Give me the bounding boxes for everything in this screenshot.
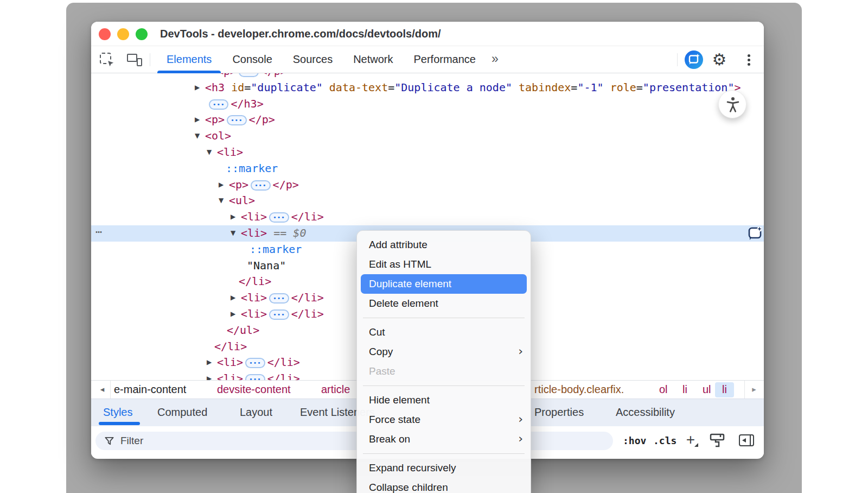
collapsed-content-badge[interactable]: ••• — [245, 374, 265, 380]
breadcrumb-item-article[interactable]: article — [321, 381, 350, 399]
context-menu-item-copy[interactable]: Copy› — [357, 342, 531, 362]
context-menu-item-expand-recursively[interactable]: Expand recursively — [357, 458, 531, 478]
toggle-device-toolbar-button[interactable] — [127, 53, 143, 66]
dom-tree-row[interactable]: ▼<ul> — [91, 193, 764, 209]
submenu-arrow-icon: › — [518, 410, 523, 428]
token-val: "Duplicate a node" — [394, 81, 512, 94]
token-tag: </li> — [291, 210, 324, 223]
context-menu-item-cut[interactable]: Cut — [357, 323, 531, 342]
collapsed-content-badge[interactable]: ••• — [251, 180, 270, 191]
token-tag: <ul> — [229, 194, 255, 207]
token-plain — [604, 81, 610, 94]
collapse-arrow-icon[interactable]: ▼ — [219, 193, 224, 209]
token-tag: </li> — [291, 307, 324, 320]
expand-arrow-icon[interactable]: ▶ — [231, 209, 235, 225]
token-tag: </li> — [267, 356, 300, 369]
dock-bar — [750, 435, 751, 445]
sidebar-tab-accessibility[interactable]: Accessibility — [616, 399, 675, 426]
dom-tree-row[interactable]: ▼<ol> — [91, 128, 764, 144]
dom-tree-row[interactable]: ▶<p>•••</p> — [91, 177, 764, 193]
dom-tree-row[interactable]: ::marker — [91, 161, 764, 177]
traffic-light-zoom-button[interactable] — [136, 28, 148, 40]
more-tabs-button[interactable]: » — [486, 46, 504, 73]
breadcrumb-item-rticle-body-clearfix[interactable]: rticle-body.clearfix. — [534, 381, 624, 399]
new-style-rule-button[interactable]: + — [682, 426, 699, 455]
breadcrumb-scroll-right-button[interactable]: ▸ — [744, 381, 763, 399]
accessibility-fab-button[interactable] — [718, 90, 746, 118]
context-menu-item-duplicate-element[interactable]: Duplicate element — [361, 274, 527, 294]
expand-arrow-icon[interactable]: ▶ — [207, 371, 212, 380]
collapsed-content-badge[interactable]: ••• — [239, 73, 258, 77]
token-text: "Nana" — [247, 259, 286, 272]
expand-arrow-icon[interactable]: ▶ — [195, 80, 200, 96]
expand-arrow-icon[interactable]: ▶ — [231, 290, 235, 306]
dom-tree-row[interactable]: ▼<li> — [91, 144, 764, 161]
row-more-actions-icon[interactable]: ⋯ — [95, 224, 103, 241]
collapse-arrow-icon[interactable]: ▼ — [207, 144, 212, 161]
traffic-light-minimize-button[interactable] — [117, 28, 129, 40]
expand-arrow-icon[interactable]: ▶ — [231, 306, 235, 323]
expand-arrow-icon[interactable]: ▶ — [219, 177, 224, 193]
tab-console[interactable]: Console — [222, 46, 282, 73]
menu-separator — [363, 385, 525, 386]
row-ai-assistant-button[interactable] — [746, 226, 763, 241]
collapse-arrow-icon[interactable]: ▼ — [231, 225, 235, 242]
sidebar-tab-layout[interactable]: Layout — [240, 399, 272, 426]
collapsed-content-badge[interactable]: ••• — [209, 99, 228, 110]
rendering-brush-button[interactable] — [710, 433, 725, 447]
tab-sources[interactable]: Sources — [283, 46, 343, 73]
context-menu-item-add-attribute[interactable]: Add attribute — [357, 235, 531, 255]
token-val: "presentation" — [643, 81, 735, 94]
breadcrumb-item-li[interactable]: li — [682, 381, 687, 399]
context-menu-item-edit-as-html[interactable]: Edit as HTML — [357, 255, 531, 274]
dock-side-toggle-button[interactable] — [739, 434, 754, 446]
token-dollar: $0 — [293, 226, 306, 239]
context-menu-item-force-state[interactable]: Force state› — [357, 410, 531, 429]
collapsed-content-badge[interactable]: ••• — [269, 293, 289, 304]
breadcrumb-item-ul[interactable]: ul — [703, 381, 711, 399]
token-tag: <ol> — [205, 129, 231, 142]
settings-gear-button[interactable]: ⚙ — [710, 49, 729, 71]
token-plain — [286, 226, 293, 239]
collapsed-content-badge[interactable]: ••• — [245, 358, 265, 368]
collapsed-content-badge[interactable]: ••• — [269, 309, 289, 320]
breadcrumb-item-ol[interactable]: ol — [659, 381, 668, 399]
context-menu-item-delete-element[interactable]: Delete element — [357, 294, 531, 313]
kebab-menu-button[interactable] — [744, 52, 753, 67]
dom-tree-row[interactable]: ▶<li>•••</li> — [91, 209, 764, 225]
traffic-light-close-button[interactable] — [99, 28, 111, 40]
context-menu-item-break-on[interactable]: Break on› — [357, 429, 531, 449]
breadcrumb-item-devsite-content[interactable]: devsite-content — [217, 381, 291, 399]
dom-tree-row[interactable]: ▶<p>•••</p> — [91, 112, 764, 128]
context-menu-item-hide-element[interactable]: Hide element — [357, 390, 531, 410]
sidebar-tab-styles[interactable]: Styles — [103, 399, 132, 426]
styles-filter-input[interactable]: Filter — [95, 432, 613, 450]
ai-assistant-button[interactable] — [685, 50, 703, 69]
expand-arrow-icon[interactable]: ▶ — [207, 355, 212, 371]
context-menu-item-collapse-children[interactable]: Collapse children — [357, 478, 531, 493]
sidebar-tab-computed[interactable]: Computed — [157, 399, 207, 426]
token-attr: role — [610, 81, 636, 94]
brush-icon — [710, 433, 725, 447]
dom-tree-row[interactable]: ▶<h3 id="duplicate" data-text="Duplicate… — [91, 80, 764, 96]
inspect-element-button[interactable] — [100, 53, 114, 67]
token-plain: = — [571, 81, 577, 94]
tab-network[interactable]: Network — [343, 46, 403, 73]
toggle-element-state-button[interactable]: :hov — [623, 426, 646, 455]
dom-tree-row[interactable]: •••</h3> — [91, 96, 764, 112]
breadcrumb-item-e-main-content[interactable]: e-main-content — [114, 381, 186, 399]
token-tag: </li> — [239, 275, 271, 288]
expand-arrow-icon[interactable]: ▶ — [195, 112, 200, 128]
dom-tree-row[interactable]: <p>•••</p> — [91, 73, 764, 80]
breadcrumb-item-li[interactable]: li — [715, 382, 734, 397]
breadcrumb-scroll-left-button[interactable]: ◂ — [94, 381, 111, 399]
tab-performance[interactable]: Performance — [404, 46, 487, 73]
collapsed-content-badge[interactable]: ••• — [269, 212, 289, 223]
token-tag: </p> — [261, 73, 287, 78]
sidebar-tab-properties[interactable]: Properties — [534, 399, 584, 426]
collapse-arrow-icon[interactable]: ▼ — [195, 128, 200, 144]
element-classes-button[interactable]: .cls — [653, 426, 676, 455]
tab-elements[interactable]: Elements — [156, 46, 222, 73]
collapsed-content-badge[interactable]: ••• — [227, 115, 246, 125]
token-tag: <li> — [217, 372, 243, 380]
